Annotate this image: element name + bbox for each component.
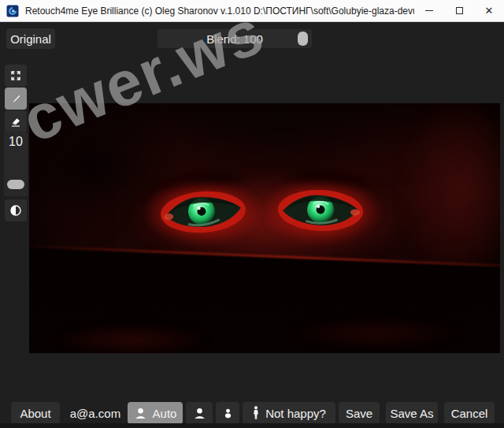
titlebar: Retouch4me Eye Brilliance (c) Oleg Sharo… (0, 0, 504, 22)
person-bust-icon (134, 407, 147, 420)
app-window: Retouch4me Eye Brilliance (c) Oleg Sharo… (0, 0, 504, 428)
photo-shading (399, 103, 500, 285)
window-title: Retouch4me Eye Brilliance (c) Oleg Sharo… (25, 6, 414, 17)
save-as-button[interactable]: Save As (386, 402, 438, 424)
person-small-icon (222, 408, 234, 419)
minimize-icon (425, 10, 433, 11)
save-button-label: Save (346, 407, 372, 420)
close-button[interactable]: ✕ (474, 0, 504, 21)
minimize-button[interactable] (414, 0, 444, 21)
about-button-label: About (20, 407, 50, 420)
photo-canvas[interactable] (29, 103, 500, 353)
brush-icon (9, 92, 22, 105)
person-mode-button[interactable] (186, 402, 213, 424)
auto-mode-button[interactable]: Auto (128, 402, 183, 424)
auto-button-label: Auto (153, 407, 177, 420)
photo-ledge (29, 103, 500, 353)
cancel-button-label: Cancel (451, 407, 488, 420)
person-standing-icon (252, 406, 260, 420)
about-button[interactable]: About (11, 402, 60, 424)
photo-eye-left (158, 185, 249, 239)
photo-eye-right (276, 185, 365, 236)
maximize-button[interactable] (444, 0, 474, 21)
person-small-mode-button[interactable] (216, 402, 239, 424)
not-happy-button-label: Not happy? (265, 407, 326, 420)
eraser-icon (9, 115, 22, 128)
maximize-icon (456, 7, 463, 14)
cancel-button[interactable]: Cancel (444, 402, 495, 424)
expand-arrows-icon (9, 69, 22, 82)
fit-view-button[interactable] (5, 65, 27, 87)
close-icon: ✕ (485, 5, 494, 17)
blend-slider-label: Blend: 100 (206, 32, 263, 46)
save-button[interactable]: Save (339, 402, 380, 424)
blend-slider[interactable]: Blend: 100 (158, 29, 312, 48)
photo-shading (147, 103, 407, 182)
window-controls: ✕ (414, 0, 504, 21)
brush-tool-button[interactable] (5, 87, 27, 110)
person-bust-icon (193, 407, 206, 420)
eraser-tool-button[interactable] (5, 110, 27, 132)
brush-size-slider-handle[interactable] (7, 180, 24, 189)
app-logo-icon (6, 5, 19, 17)
bottom-toolbar: About a@a.com Auto (0, 400, 504, 426)
brush-size-panel[interactable]: 10 (4, 132, 28, 196)
contrast-view-button[interactable] (5, 199, 27, 221)
brush-size-value: 10 (4, 135, 28, 149)
email-label: a@a.com (70, 407, 120, 420)
contrast-icon (9, 204, 22, 217)
original-button[interactable]: Original (6, 28, 55, 49)
original-button-label: Original (10, 32, 51, 46)
window-bottom-edge (0, 423, 504, 428)
save-as-button-label: Save As (390, 407, 433, 420)
blend-slider-handle[interactable] (298, 32, 308, 46)
not-happy-button[interactable]: Not happy? (243, 402, 335, 424)
email-link[interactable]: a@a.com (66, 402, 124, 424)
